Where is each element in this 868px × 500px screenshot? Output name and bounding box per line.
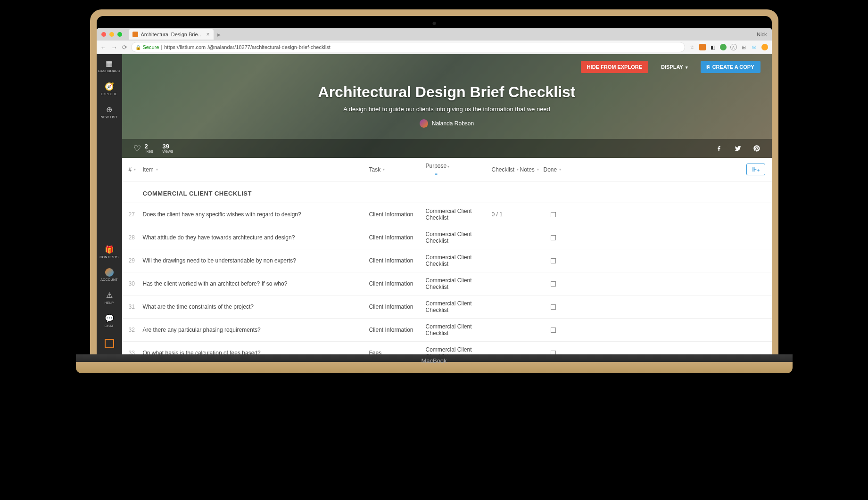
- column-header-number[interactable]: #: [129, 166, 143, 173]
- view-toggle-button[interactable]: ⊪₊: [746, 164, 765, 175]
- extension-icon[interactable]: ◧: [710, 44, 716, 50]
- new-tab-icon[interactable]: ▸: [217, 31, 221, 38]
- sidebar-item-label: HELP: [105, 301, 114, 304]
- column-header-done[interactable]: Done: [544, 166, 563, 173]
- row-task: Client Information: [369, 257, 426, 264]
- extension-icon[interactable]: ⊞: [741, 44, 747, 50]
- table-row[interactable]: 33On what basis is the calculation of fe…: [122, 341, 772, 354]
- row-purpose: Commercial Client Checklist: [426, 346, 492, 354]
- sidebar-item-label: NEW LIST: [101, 115, 117, 119]
- row-task: Client Information: [369, 303, 426, 310]
- row-item: What attitude do they have towards archi…: [143, 234, 369, 241]
- sidebar: ▦ DASHBOARD 🧭 EXPLORE ⊕ NEW LIST: [97, 54, 122, 354]
- column-header-notes[interactable]: Notes: [520, 166, 544, 173]
- column-header-checklist[interactable]: Checklist: [492, 166, 520, 173]
- table-body: 27Does the client have any specific wish…: [122, 203, 772, 354]
- avatar: [420, 119, 428, 128]
- warning-icon: ⚠: [106, 291, 113, 300]
- sidebar-item-newlist[interactable]: ⊕ NEW LIST: [97, 100, 122, 123]
- compass-icon: 🧭: [105, 82, 114, 91]
- secure-label: Secure: [143, 44, 159, 50]
- author-name: Nalanda Robson: [432, 120, 474, 127]
- forward-icon[interactable]: →: [111, 44, 117, 51]
- done-checkbox[interactable]: [551, 351, 556, 355]
- browser-user-menu[interactable]: Nick: [757, 32, 771, 37]
- row-purpose: Commercial Client Checklist: [426, 300, 492, 313]
- display-dropdown-button[interactable]: DISPLAY: [655, 61, 694, 73]
- row-done: [544, 351, 563, 355]
- row-done: [544, 304, 563, 310]
- extension-icon[interactable]: [699, 44, 706, 50]
- sidebar-item-dashboard[interactable]: ▦ DASHBOARD: [97, 54, 122, 77]
- window-controls: [97, 32, 127, 37]
- laptop-mockup: Architectural Design Brief Che × ▸ Nick …: [90, 9, 778, 373]
- row-task: Client Information: [369, 280, 426, 287]
- chevron-down-icon: [686, 64, 688, 70]
- sidebar-logo[interactable]: [97, 332, 122, 354]
- hero-banner: HIDE FROM EXPLORE DISPLAY ⎘ CREATE A COP…: [122, 54, 772, 158]
- sidebar-item-contests[interactable]: 🎁 CONTESTS: [97, 240, 122, 263]
- minimize-window-icon[interactable]: [109, 32, 114, 37]
- extension-icon[interactable]: ✉: [751, 44, 758, 50]
- hide-from-explore-button[interactable]: HIDE FROM EXPLORE: [581, 61, 648, 73]
- table-row[interactable]: 32Are there any particular phasing requi…: [122, 318, 772, 341]
- extension-icon[interactable]: [720, 44, 727, 50]
- author-link[interactable]: Nalanda Robson: [420, 119, 474, 128]
- sidebar-item-account[interactable]: ACCOUNT: [97, 263, 122, 286]
- close-window-icon[interactable]: [101, 32, 106, 37]
- url-field[interactable]: 🔒 Secure | https://listium.com/@nalandar…: [131, 42, 685, 52]
- done-checkbox[interactable]: [551, 281, 556, 287]
- row-item: Are there any particular phasing require…: [143, 327, 369, 333]
- row-task: Client Information: [369, 211, 426, 218]
- column-header-item[interactable]: Item: [143, 166, 369, 173]
- row-purpose: Commercial Client Checklist: [426, 231, 492, 244]
- done-checkbox[interactable]: [551, 328, 556, 333]
- row-number: 27: [129, 211, 143, 218]
- back-icon[interactable]: ←: [100, 44, 107, 51]
- facebook-icon[interactable]: [715, 145, 723, 152]
- reload-icon[interactable]: ⟳: [122, 44, 127, 51]
- row-purpose: Commercial Client Checklist: [426, 323, 492, 336]
- row-purpose: Commercial Client Checklist: [426, 208, 492, 221]
- url-path: /@nalandar/18277/architectural-design-br…: [207, 44, 331, 50]
- like-button[interactable]: ♡ 2 likes: [133, 143, 153, 154]
- column-headers: # Item Task Purpose ≡ Checklist Notes Do…: [122, 158, 772, 181]
- extension-icon[interactable]: A: [730, 44, 737, 50]
- table-row[interactable]: 28What attitude do they have towards arc…: [122, 226, 772, 249]
- lock-icon: 🔒: [135, 45, 141, 50]
- main-content: HIDE FROM EXPLORE DISPLAY ⎘ CREATE A COP…: [122, 54, 772, 354]
- table-row[interactable]: 30Has the client worked with an architec…: [122, 272, 772, 295]
- sidebar-item-explore[interactable]: 🧭 EXPLORE: [97, 77, 122, 100]
- bookmark-star-icon[interactable]: ☆: [689, 44, 695, 50]
- done-checkbox[interactable]: [551, 304, 556, 310]
- column-label: Purpose: [426, 163, 450, 169]
- column-header-task[interactable]: Task: [369, 166, 426, 173]
- tab-close-icon[interactable]: ×: [206, 31, 209, 38]
- row-checklist: 0 / 1: [492, 211, 520, 218]
- done-checkbox[interactable]: [551, 258, 556, 263]
- table-row[interactable]: 31What are the time constraints of the p…: [122, 295, 772, 318]
- sidebar-item-chat[interactable]: 💬 CHAT: [97, 309, 122, 332]
- done-checkbox[interactable]: [551, 235, 556, 240]
- gift-icon: 🎁: [105, 245, 114, 254]
- likes-label: likes: [145, 149, 153, 154]
- display-label: DISPLAY: [661, 64, 683, 70]
- macbook-label: MacBook: [421, 357, 446, 364]
- row-item: What are the time constraints of the pro…: [143, 303, 369, 310]
- sidebar-item-help[interactable]: ⚠ HELP: [97, 286, 122, 309]
- row-done: [544, 235, 563, 240]
- maximize-window-icon[interactable]: [117, 32, 122, 37]
- sidebar-item-label: ACCOUNT: [100, 278, 118, 281]
- twitter-icon[interactable]: [734, 145, 742, 152]
- extension-icon[interactable]: [761, 44, 768, 50]
- table-row[interactable]: 27Does the client have any specific wish…: [122, 203, 772, 226]
- heart-icon: ♡: [133, 143, 141, 154]
- column-header-purpose[interactable]: Purpose ≡: [426, 163, 492, 176]
- create-copy-button[interactable]: ⎘ CREATE A COPY: [701, 61, 761, 73]
- browser-tab[interactable]: Architectural Design Brief Che ×: [129, 29, 214, 40]
- done-checkbox[interactable]: [551, 212, 556, 217]
- table-row[interactable]: 29Will the drawings need to be understan…: [122, 249, 772, 272]
- sidebar-item-label: EXPLORE: [101, 92, 117, 96]
- avatar-icon: [105, 268, 114, 277]
- pinterest-icon[interactable]: [753, 145, 761, 152]
